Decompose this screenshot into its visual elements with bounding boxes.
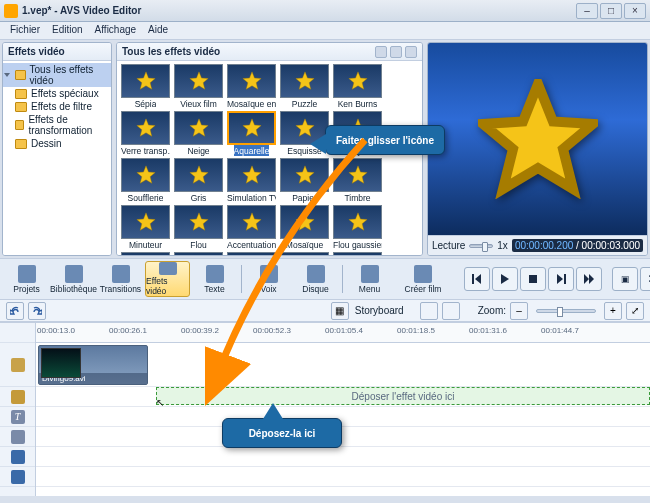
maximize-button[interactable]: □ [600,3,622,19]
stop-button[interactable] [520,267,546,291]
undo-button[interactable] [6,302,24,320]
voice-track[interactable] [36,427,650,447]
effect-thumb[interactable]: Bruit [120,252,171,255]
effect-thumb[interactable]: Flou gaussien [332,205,383,250]
tool-a-icon[interactable] [420,302,438,320]
effect-thumb[interactable]: Verre transp… [120,111,171,156]
track-audio-header[interactable] [0,447,35,467]
toolbar-bibliothèque[interactable]: Bibliothèque [51,261,96,297]
snapshot-button[interactable]: ▣ [612,267,638,291]
next-frame-button[interactable] [548,267,574,291]
collapse-icon[interactable] [405,46,417,58]
audio2-track[interactable] [36,467,650,487]
audio-track-icon [11,450,25,464]
tool-b-icon[interactable] [442,302,460,320]
effect-thumb[interactable]: Flou [173,205,224,250]
effect-thumb[interactable]: Neige [173,111,224,156]
effect-thumb[interactable]: Mosaïque en… [226,64,277,109]
svg-marker-19 [348,213,366,231]
svg-marker-25 [483,84,593,189]
toolbar-créer-film[interactable]: Créer film [394,261,452,297]
effect-thumb[interactable]: Mosaïque [279,205,330,250]
effect-thumb[interactable]: Sépia [120,64,171,109]
storyboard-toggle-icon[interactable]: ▦ [331,302,349,320]
menu-affichage[interactable]: Affichage [89,22,143,39]
svg-marker-27 [475,274,481,284]
window-title: 1.vep* - AVS Video Editor [22,5,574,16]
effect-thumb[interactable]: Puzzle [279,64,330,109]
effect-thumb[interactable]: Crayon [332,111,383,156]
effect-thumb[interactable]: Agrandir [332,252,383,255]
storyboard-label[interactable]: Storyboard [355,305,404,316]
effect-thumb[interactable]: Timbre [332,158,383,203]
svg-marker-7 [242,119,260,136]
toolbar-projets[interactable]: Projets [4,261,49,297]
track-voice-header[interactable] [0,427,35,447]
text-track[interactable] [36,407,650,427]
close-button[interactable]: × [624,3,646,19]
timeline-ruler[interactable]: 00:00:13.000:00:26.100:00:39.200:00:52.3… [36,323,650,343]
effects-tree: Tous les effets vidéoEffets spéciauxEffe… [3,61,111,255]
minimize-button[interactable]: – [576,3,598,19]
view-list-icon[interactable] [390,46,402,58]
prev-frame-button[interactable] [464,267,490,291]
ruler-tick: 00:01:31.6 [469,326,507,335]
track-video-header[interactable] [0,343,35,387]
fx-track[interactable]: Déposer l'effet vidéo ici ↖ [36,387,650,407]
end-button[interactable] [576,267,602,291]
video-track[interactable]: Diving09.avi [36,343,650,387]
effect-thumb[interactable]: Vieux film [173,64,224,109]
effect-thumb[interactable]: Minuteur [120,205,171,250]
effect-thumb[interactable]: Simulation TV [226,158,277,203]
zoom-slider[interactable] [536,309,596,313]
toolbar-transitions[interactable]: Transitions [98,261,143,297]
preview-playbar: Lecture 1x 00:00:00.200 / 00:00:03.000 [428,235,647,255]
effect-thumb[interactable]: Gris [173,158,224,203]
svg-marker-4 [348,72,366,90]
tree-item-2[interactable]: Effets de filtre [3,100,111,113]
fullscreen-button[interactable]: ⛶ [640,267,650,291]
tree-item-4[interactable]: Dessin [3,137,111,150]
effect-thumb[interactable]: Accentuation [226,205,277,250]
menu-aide[interactable]: Aide [142,22,174,39]
effect-thumb[interactable]: Diffus [173,252,224,255]
play-button[interactable] [492,267,518,291]
video-clip[interactable]: Diving09.avi [38,345,148,385]
effect-thumb[interactable]: Ken Burns [332,64,383,109]
svg-marker-17 [242,213,260,231]
zoom-out-button[interactable]: – [510,302,528,320]
transport-controls: ▣ ⛶ 🔊 ▾ [464,261,650,297]
effects-grid[interactable]: SépiaVieux filmMosaïque en…PuzzleKen Bur… [117,61,422,255]
zoom-fit-button[interactable]: ⤢ [626,302,644,320]
audio-track[interactable] [36,447,650,467]
track-fx-header[interactable] [0,387,35,407]
track-audio2-header[interactable] [0,467,35,487]
toolbar-disque[interactable]: Disque [293,261,338,297]
main-toolbar: ProjetsBibliothèqueTransitionsEffets vid… [0,258,650,300]
ruler-tick: 00:01:05.4 [325,326,363,335]
tree-item-1[interactable]: Effets spéciaux [3,87,111,100]
track-text-header[interactable]: T [0,407,35,427]
svg-marker-13 [295,166,313,184]
toolbar-voix[interactable]: Voix [246,261,291,297]
menu-fichier[interactable]: Fichier [4,22,46,39]
ruler-tick: 00:00:52.3 [253,326,291,335]
effect-thumb[interactable]: Soufflerie [120,158,171,203]
fx-drop-target[interactable]: Déposer l'effet vidéo ici [156,387,650,405]
menu-edition[interactable]: Edition [46,22,89,39]
tree-item-3[interactable]: Effets de transformation [3,113,111,137]
zoom-in-button[interactable]: + [604,302,622,320]
toolbar-menu[interactable]: Menu [347,261,392,297]
view-toggle-icon[interactable] [375,46,387,58]
effect-thumb[interactable]: Grain du film [279,252,330,255]
redo-button[interactable] [28,302,46,320]
effect-thumb[interactable]: Aquarelle [226,111,277,156]
timeline-body[interactable]: 00:00:13.000:00:26.100:00:39.200:00:52.3… [36,323,650,496]
toolbar-effets-vidéo[interactable]: Effets vidéo [145,261,190,297]
tree-item-0[interactable]: Tous les effets vidéo [3,63,111,87]
toolbar-texte[interactable]: Texte [192,261,237,297]
effect-thumb[interactable]: Esquisse [279,111,330,156]
effect-thumb[interactable]: Relief [226,252,277,255]
effect-thumb[interactable]: Papier [279,158,330,203]
playback-slider[interactable] [469,244,493,248]
